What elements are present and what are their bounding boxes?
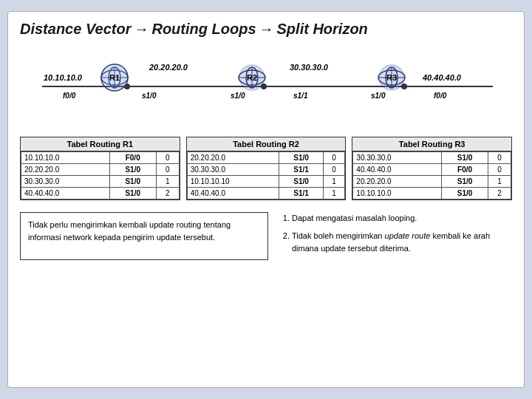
left-note-text: Tidak perlu mengirimkan kembali update r…: [28, 220, 231, 242]
tables-row: Tabel Routing R1 10.10.10.0F0/0020.20.20…: [20, 137, 512, 200]
interface-cell: S1/0: [442, 152, 488, 164]
metric-cell: 0: [488, 164, 511, 176]
table-row: 30.30.30.0S1/00: [353, 152, 511, 164]
svg-text:s1/1: s1/1: [293, 92, 308, 100]
right-note-item-2-prefix: Tidak boleh mengirimkan: [292, 231, 385, 240]
interface-cell: S1/0: [109, 164, 156, 176]
network-cell: 20.20.20.0: [353, 176, 442, 188]
interface-cell: S1/0: [442, 176, 488, 188]
network-cell: 10.10.10.0: [353, 188, 442, 200]
table-row: 10.10.10.0F0/00: [21, 152, 180, 164]
right-note: Dapat mengatasi masalah looping. Tidak b…: [280, 212, 512, 260]
metric-cell: 0: [156, 152, 179, 164]
svg-text:R1: R1: [109, 73, 120, 82]
title-part1: Distance Vector: [20, 21, 131, 38]
right-note-list: Dapat mengatasi masalah looping. Tidak b…: [280, 212, 512, 256]
arrow2: →: [259, 21, 274, 38]
table-r3: Tabel Routing R3 30.30.30.0S1/0040.40.40…: [352, 137, 512, 200]
network-cell: 20.20.20.0: [187, 152, 279, 164]
table-row: 40.40.40.0S1/02: [21, 188, 180, 200]
interface-cell: F0/0: [109, 152, 156, 164]
metric-cell: 2: [156, 188, 179, 200]
metric-cell: 0: [323, 164, 344, 176]
main-container: Distance Vector → Routing Loops → Split …: [7, 11, 525, 388]
metric-cell: 0: [488, 152, 511, 164]
table-r2-content: 20.20.20.0S1/0030.30.30.0S1/1010.10.10.1…: [187, 151, 346, 200]
right-note-item-1: Dapat mengatasi masalah looping.: [292, 212, 512, 225]
title-part2: Routing Loops: [151, 21, 256, 38]
interface-cell: S1/0: [442, 188, 488, 200]
network-cell: 30.30.30.0: [187, 164, 279, 176]
table-row: 20.20.20.0S1/00: [187, 152, 345, 164]
metric-cell: 0: [156, 164, 179, 176]
metric-cell: 1: [323, 188, 344, 200]
svg-text:f0/0: f0/0: [434, 92, 447, 100]
network-cell: 30.30.30.0: [21, 176, 110, 188]
right-note-item-1-text: Dapat mengatasi masalah looping.: [292, 214, 417, 222]
svg-text:s1/0: s1/0: [371, 92, 386, 100]
metric-cell: 2: [488, 188, 511, 200]
interface-cell: S1/0: [279, 176, 324, 188]
interface-cell: S1/0: [279, 152, 324, 164]
table-r1-content: 10.10.10.0F0/0020.20.20.0S1/0030.30.30.0…: [21, 151, 180, 200]
table-r1-header: Tabel Routing R1: [21, 137, 180, 151]
network-cell: 40.40.40.0: [21, 188, 110, 200]
arrow1: →: [134, 21, 149, 38]
svg-text:20.20.20.0: 20.20.20.0: [149, 63, 188, 72]
metric-cell: 0: [323, 152, 344, 164]
svg-text:10.10.10.0: 10.10.10.0: [44, 73, 83, 82]
table-row: 20.20.20.0S1/00: [21, 164, 180, 176]
table-r3-content: 30.30.30.0S1/0040.40.40.0F0/0020.20.20.0…: [352, 151, 511, 200]
network-cell: 10.10.10.10: [187, 176, 279, 188]
table-row: 10.10.10.10S1/01: [187, 176, 345, 188]
metric-cell: 1: [323, 176, 344, 188]
svg-text:s1/0: s1/0: [142, 92, 157, 100]
table-r2: Tabel Routing R2 20.20.20.0S1/0030.30.30…: [186, 137, 347, 200]
network-cell: 40.40.40.0: [353, 164, 442, 176]
svg-text:30.30.30.0: 30.30.30.0: [290, 63, 329, 72]
metric-cell: 1: [156, 176, 179, 188]
table-r2-header: Tabel Routing R2: [187, 137, 346, 151]
left-note: Tidak perlu mengirimkan kembali update r…: [20, 212, 268, 260]
table-r3-header: Tabel Routing R3: [352, 137, 511, 151]
network-cell: 40.40.40.0: [187, 188, 279, 200]
bottom-section: Tidak perlu mengirimkan kembali update r…: [20, 212, 512, 260]
interface-cell: F0/0: [442, 164, 488, 176]
network-diagram: 10.10.10.0 20.20.20.0 30.30.30.0 40.40.4…: [20, 48, 512, 129]
table-row: 30.30.30.0S1/10: [187, 164, 345, 176]
table-r1: Tabel Routing R1 10.10.10.0F0/0020.20.20…: [20, 137, 180, 200]
right-note-item-2-italic: update route: [385, 231, 431, 240]
svg-text:40.40.40.0: 40.40.40.0: [422, 73, 462, 82]
interface-cell: S1/1: [279, 164, 324, 176]
metric-cell: 1: [488, 176, 511, 188]
page-title: Distance Vector → Routing Loops → Split …: [20, 21, 512, 38]
table-row: 40.40.40.0F0/00: [353, 164, 511, 176]
title-part3: Split Horizon: [277, 21, 368, 38]
network-cell: 30.30.30.0: [353, 152, 442, 164]
table-row: 40.40.40.0S1/11: [187, 188, 345, 200]
network-cell: 10.10.10.0: [21, 152, 110, 164]
svg-text:f0/0: f0/0: [63, 92, 76, 100]
table-row: 30.30.30.0S1/01: [21, 176, 180, 188]
table-row: 10.10.10.0S1/02: [353, 188, 511, 200]
network-cell: 20.20.20.0: [21, 164, 110, 176]
svg-text:s1/0: s1/0: [231, 92, 245, 100]
svg-text:R3: R3: [386, 73, 397, 82]
interface-cell: S1/0: [109, 188, 156, 200]
interface-cell: S1/1: [279, 188, 324, 200]
table-row: 20.20.20.0S1/01: [353, 176, 511, 188]
right-note-item-2: Tidak boleh mengirimkan update route kem…: [292, 230, 512, 256]
svg-text:R2: R2: [247, 73, 257, 82]
interface-cell: S1/0: [109, 176, 156, 188]
